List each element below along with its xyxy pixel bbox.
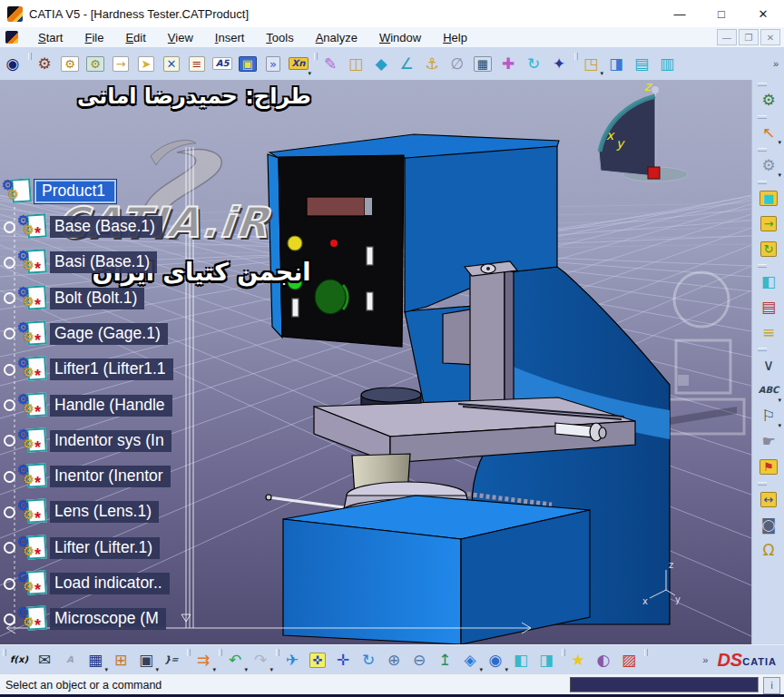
tree-node-circle[interactable] [4, 471, 15, 483]
numbering-icon[interactable]: ▤ [756, 294, 781, 319]
iso-view-icon[interactable]: ◈▾ [457, 647, 483, 672]
tree-item-label[interactable]: Handle (Handle [50, 395, 172, 417]
sketch-board-icon[interactable]: ▦ [470, 51, 495, 76]
yellow-button[interactable] [288, 236, 302, 250]
menu-window[interactable]: Window [368, 29, 432, 46]
spec-tree-icon-1[interactable]: ▤ [629, 51, 654, 76]
toolbar-separator[interactable] [758, 145, 779, 152]
toolbar-separator[interactable] [25, 53, 32, 74]
rotate-icon[interactable]: ↻ [356, 647, 381, 672]
lock-icon[interactable]: ▣▾ [133, 647, 159, 672]
assemble-tool-icon[interactable]: ◆ [368, 51, 394, 76]
lod-icon[interactable]: ▨ [616, 647, 642, 672]
selective-load-icon[interactable]: » [260, 51, 286, 76]
menu-file[interactable]: File [74, 29, 114, 46]
mdi-minimize-button[interactable]: — [717, 29, 737, 45]
generate-numbering-icon[interactable]: A5 [210, 51, 235, 76]
tree-item-4[interactable]: ⚙⚙*Gage (Gage.1) [4, 319, 168, 348]
toolbar-separator[interactable] [758, 80, 779, 87]
tree-node-circle[interactable] [4, 506, 15, 518]
quick-view-1-icon[interactable]: ◧ [508, 647, 534, 672]
toolbar-separator[interactable] [758, 113, 779, 120]
spec-tree-icon-2[interactable]: ▥ [654, 51, 680, 76]
text-leader-icon[interactable]: ABC▾ [756, 378, 781, 403]
render-style-icon[interactable]: ◉▾ [483, 647, 508, 672]
new-part-icon[interactable]: ⚙ [83, 51, 108, 76]
tree-item-label[interactable]: Basi (Base.1) [50, 251, 157, 273]
tree-item-6[interactable]: ⚙⚙*Handle (Handle [4, 391, 172, 420]
mdi-restore-button[interactable]: ❐ [739, 29, 759, 45]
normal-view-icon[interactable]: ↥ [432, 647, 457, 672]
update-icon[interactable]: ↻ [521, 51, 546, 76]
part-icon[interactable]: ⚙⚙* [19, 463, 46, 490]
existing-component-2-icon[interactable]: → [756, 211, 781, 236]
toolbar-separator[interactable] [273, 649, 279, 671]
design-annotation-icon[interactable]: ✉ [32, 647, 57, 672]
tree-item-label[interactable]: Load indicator.. [50, 573, 170, 594]
new-component-icon[interactable]: ⚙ [32, 51, 57, 76]
tree-node-circle[interactable] [4, 257, 15, 269]
update-all-icon[interactable]: ⚙ [756, 87, 781, 113]
part-icon[interactable]: ⚙⚙* [19, 392, 46, 419]
hardness-tester-model[interactable] [266, 134, 670, 644]
menu-insert[interactable]: Insert [204, 29, 256, 46]
part-icon[interactable]: ⚙⚙* [19, 285, 46, 312]
smart-pick-icon-caret[interactable]: ▾ [778, 172, 781, 178]
fix-stamp-icon[interactable]: ⚑ [756, 454, 781, 479]
undo-icon[interactable]: ↶▾ [222, 647, 248, 672]
environment-icon[interactable]: ◐ [591, 647, 616, 672]
toolbar-separator[interactable] [311, 53, 318, 74]
minimize-button[interactable]: — [659, 1, 701, 27]
component-box-icon[interactable]: ■ [756, 185, 781, 211]
tree-node-circle[interactable] [4, 399, 15, 411]
flag-note-icon-caret[interactable]: ▾ [778, 422, 781, 428]
tree-item-3[interactable]: ⚙⚙*Bolt (Bolt.1) [4, 284, 144, 313]
lighting-icon[interactable]: ★ [565, 647, 591, 672]
part-icon[interactable]: ⚙⚙* [19, 535, 46, 562]
menu-edit[interactable]: Edit [114, 29, 156, 46]
zoom-in-icon[interactable]: ⊕ [381, 647, 407, 672]
part-icon[interactable]: ⚙⚙* [19, 427, 46, 455]
tree-node-circle[interactable] [4, 292, 15, 304]
attach-clip-icon[interactable]: ∅ [445, 51, 470, 76]
tree-node-circle[interactable] [4, 221, 15, 233]
box-tool-icon[interactable]: ◫ [343, 51, 368, 76]
tree-node-circle[interactable] [4, 614, 15, 625]
zoom-out-icon[interactable]: ⊖ [407, 647, 432, 672]
tree-item-10[interactable]: ⚙⚙*Lifter (Lifter.1) [4, 534, 160, 563]
menu-start[interactable]: Start [27, 29, 74, 46]
tree-root-product1[interactable]: ⚙⚙ Product1 [4, 178, 116, 205]
menu-analyze[interactable]: Analyze [305, 29, 368, 46]
fit-all-icon[interactable]: ✜ [305, 647, 330, 672]
maximize-button[interactable]: □ [701, 1, 742, 27]
toolbar-separator[interactable] [642, 649, 648, 671]
tree-node-circle[interactable] [4, 328, 15, 339]
flag-note-icon[interactable]: ⚐▾ [756, 403, 781, 428]
command-input[interactable] [570, 677, 759, 692]
coincidence-icon[interactable]: ∨ [756, 352, 781, 378]
tree-item-label[interactable]: Base (Base.1) [50, 216, 162, 238]
tree-node-circle[interactable] [4, 578, 15, 590]
tree-item-12[interactable]: ⚙⚙*Microscope (M [4, 604, 166, 633]
tree-item-label[interactable]: Lifter1 (Lifter1.1 [50, 358, 173, 380]
measure-between-icon[interactable]: ↔ [756, 486, 781, 512]
tree-item-label[interactable]: Lens (Lens.1) [50, 501, 159, 523]
menu-tools[interactable]: Tools [255, 29, 304, 46]
graph-tree-icon[interactable]: ◧ [756, 269, 781, 294]
tree-node-circle[interactable] [4, 364, 15, 376]
document-icon[interactable] [5, 31, 18, 44]
existing-component-icon[interactable]: → [108, 51, 133, 76]
product-icon[interactable]: ⚙⚙ [4, 178, 31, 205]
tree-item-2[interactable]: ⚙⚙*Basi (Base.1) [4, 248, 157, 277]
anchor-fix-icon[interactable]: ⚓ [419, 51, 445, 76]
view-compass[interactable]: z x y [599, 80, 688, 182]
tree-item-7[interactable]: ⚙⚙*Indentor sys (In [4, 427, 172, 456]
redo-icon[interactable]: ↷▾ [248, 647, 273, 672]
close-button[interactable]: ✕ [742, 1, 784, 27]
replace-component-2-icon[interactable]: ↻ [756, 236, 781, 261]
select-icon-caret[interactable]: ▾ [778, 139, 781, 145]
part-icon[interactable]: ⚙⚙* [19, 213, 46, 241]
toolbar-separator[interactable] [184, 649, 191, 671]
design-table-icon[interactable]: ▦▾ [83, 647, 108, 672]
tree-item-1[interactable]: ⚙⚙*Base (Base.1) [4, 212, 162, 241]
